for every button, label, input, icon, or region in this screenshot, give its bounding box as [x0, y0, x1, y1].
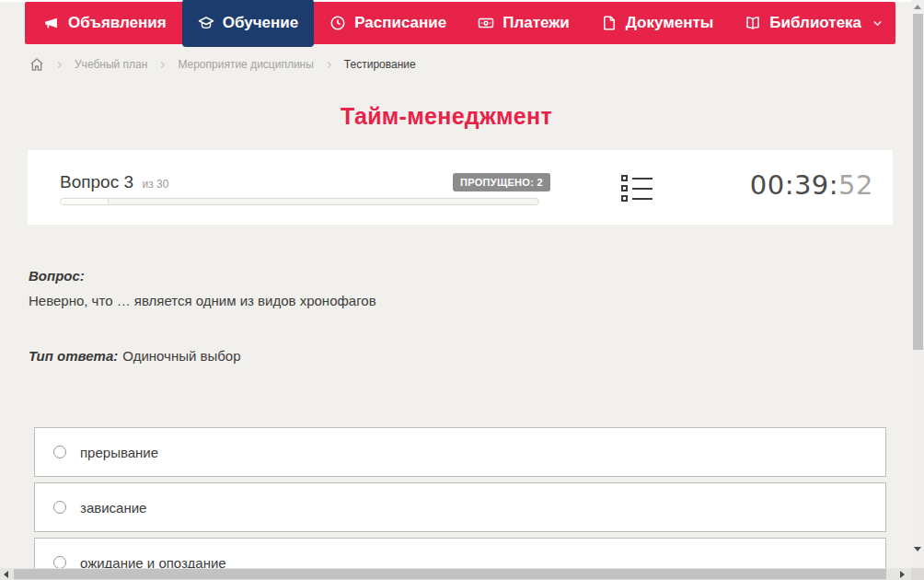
nav-item-label: Платежи — [502, 14, 570, 32]
horizontal-scrollbar[interactable] — [0, 568, 911, 580]
horizontal-scrollbar-thumb[interactable] — [14, 569, 886, 579]
breadcrumb-item-curriculum[interactable]: Учебный план — [75, 58, 147, 71]
nav-item-schedule[interactable]: Расписание — [314, 2, 462, 44]
radio-button[interactable] — [53, 446, 66, 458]
timer-hours-minutes: 00:39: — [750, 169, 838, 201]
progress-bar — [60, 198, 539, 205]
answer-option-label: прерывание — [80, 445, 158, 460]
nav-item-payments[interactable]: Платежи — [462, 2, 585, 44]
vertical-scrollbar-thumb[interactable] — [913, 14, 923, 350]
nav-item-label: Объявления — [68, 14, 167, 32]
answer-type-label: Тип ответа: — [29, 348, 118, 364]
list-icon-row — [621, 185, 653, 191]
document-icon — [601, 15, 618, 31]
list-icon-row — [621, 175, 653, 181]
radio-button[interactable] — [53, 556, 66, 569]
breadcrumb-item-discipline-event[interactable]: Мероприятие дисциплины — [178, 58, 313, 71]
answer-options: прерывание зависание ожидание и опоздани… — [34, 427, 886, 580]
timer: 00:39:52 — [750, 169, 873, 201]
page-title: Тайм-менеджмент — [0, 103, 893, 130]
chevron-right-icon — [324, 60, 334, 70]
scroll-down-arrow-icon[interactable] — [914, 547, 921, 551]
nav-item-announcements[interactable]: Объявления — [28, 2, 182, 44]
scroll-right-arrow-icon[interactable] — [900, 571, 905, 578]
nav-item-label: Расписание — [354, 14, 446, 32]
graduation-cap-icon — [198, 15, 214, 31]
skipped-badge: ПРОПУЩЕНО: 2 — [453, 173, 550, 191]
radio-button[interactable] — [53, 501, 66, 514]
nav-item-label: Обучение — [223, 14, 298, 32]
progress-fill — [61, 199, 109, 204]
question-number: Вопрос 3 из 30 — [60, 172, 168, 192]
nav-item-library[interactable]: Библиотека — [729, 2, 898, 44]
answer-option[interactable]: прерывание — [34, 427, 886, 477]
scrollbar-corner — [911, 568, 924, 580]
main-navbar: Объявления Обучение Расписание Платежи Д… — [25, 2, 895, 44]
scroll-left-arrow-icon[interactable] — [4, 571, 8, 578]
nav-item-label: Документы — [626, 14, 714, 32]
nav-item-learning[interactable]: Обучение — [182, 0, 314, 47]
chevron-right-icon — [157, 60, 167, 70]
book-icon — [745, 15, 761, 31]
timer-seconds: 52 — [838, 169, 873, 201]
banknote-icon — [478, 15, 494, 31]
question-total-label: из 30 — [142, 178, 168, 191]
scroll-up-arrow-icon[interactable] — [914, 5, 921, 9]
breadcrumb: Учебный план Мероприятие дисциплины Тест… — [29, 57, 416, 72]
question-header-card: Вопрос 3 из 30 ПРОПУЩЕНО: 2 00:39:52 — [28, 150, 893, 225]
chevron-down-icon — [871, 17, 883, 29]
question-number-label: Вопрос 3 — [60, 172, 133, 191]
answer-type: Тип ответа:Одиночный выбор — [29, 348, 241, 364]
question-heading: Вопрос: — [29, 268, 857, 284]
answer-option-label: зависание — [80, 500, 146, 516]
megaphone-icon — [43, 15, 60, 31]
clock-icon — [329, 15, 346, 31]
answer-type-value: Одиночный выбор — [122, 348, 240, 364]
chevron-right-icon — [54, 60, 64, 70]
question-text: Неверно, что … является одним из видов х… — [29, 293, 857, 308]
nav-item-label: Библиотека — [769, 14, 861, 32]
question-list-icon[interactable] — [621, 175, 653, 205]
nav-item-documents[interactable]: Документы — [585, 2, 730, 44]
question-section: Вопрос: Неверно, что … является одним из… — [29, 268, 857, 308]
list-icon-row — [621, 195, 653, 202]
breadcrumb-item-testing: Тестирование — [344, 58, 416, 71]
home-icon[interactable] — [29, 57, 44, 72]
vertical-scrollbar[interactable] — [911, 0, 924, 568]
answer-option[interactable]: зависание — [34, 482, 886, 532]
